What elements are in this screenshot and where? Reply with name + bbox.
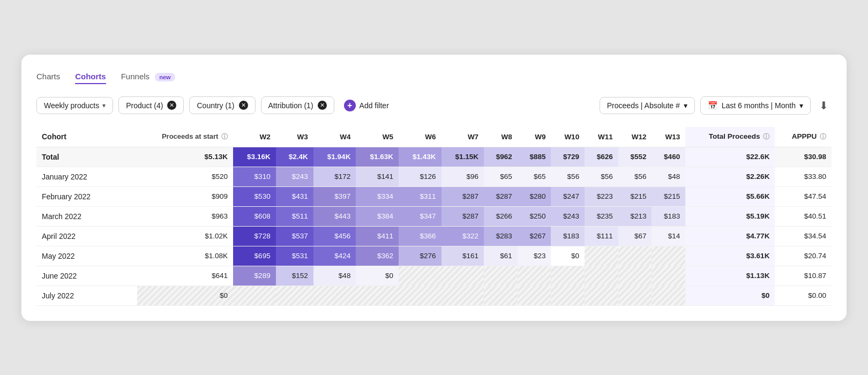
table-row: Total$5.13K$3.16K$2.4K$1.94K$1.63K$1.43K…	[36, 147, 832, 167]
country-filter-button[interactable]: Country (1) ✕	[189, 96, 255, 114]
close-icon[interactable]: ✕	[318, 101, 327, 110]
proceeds-start-cell: $1.08K	[137, 246, 233, 266]
info-icon[interactable]: ⓘ	[221, 133, 228, 140]
week-cell	[484, 286, 518, 305]
week-cell: $411	[356, 226, 399, 246]
total-cell: $2.26K	[685, 167, 775, 186]
week-cell	[551, 286, 585, 305]
tab-funnels[interactable]: Funnels new	[121, 72, 175, 84]
date-dropdown-button[interactable]: 📅 Last 6 months | Month ▾	[700, 96, 811, 115]
cohort-cell: February 2022	[36, 186, 137, 206]
week-cell	[652, 246, 685, 266]
tab-charts[interactable]: Charts	[36, 72, 60, 84]
add-filter-button[interactable]: + Add filter	[340, 96, 393, 115]
week-cell: $322	[442, 226, 484, 246]
week-cell: $56	[585, 167, 618, 186]
col-header-cohort: Cohort	[36, 127, 137, 147]
week-cell: $215	[618, 186, 652, 206]
col-header-total: Total Proceeds ⓘ	[685, 127, 775, 147]
week-cell: $183	[652, 206, 685, 226]
week-cell: $65	[518, 167, 551, 186]
apppu-cell: $34.54	[775, 226, 832, 246]
country-filter-label: Country (1)	[197, 101, 234, 110]
week-cell: $460	[652, 147, 685, 167]
week-cell: $552	[618, 147, 652, 167]
toolbar: Weekly products ▾ Product (4) ✕ Country …	[36, 96, 832, 115]
close-icon[interactable]: ✕	[167, 101, 176, 110]
proceeds-start-cell: $520	[137, 167, 233, 186]
week-cell: $456	[313, 226, 356, 246]
week-cell: $65	[484, 167, 518, 186]
col-header-w6: W6	[399, 127, 442, 147]
funnels-badge: new	[155, 73, 175, 81]
week-cell	[399, 266, 442, 286]
tab-cohorts[interactable]: Cohorts	[75, 72, 106, 84]
table-row: January 2022$520$310$243$172$141$126$96$…	[36, 167, 832, 186]
product-filter-button[interactable]: Product (4) ✕	[118, 96, 184, 114]
col-header-w10: W10	[551, 127, 585, 147]
week-cell	[276, 286, 313, 305]
date-dropdown-label: Last 6 months | Month	[722, 101, 796, 110]
apppu-cell: $40.51	[775, 206, 832, 226]
col-header-w7: W7	[442, 127, 484, 147]
week-cell: $235	[585, 206, 618, 226]
week-cell: $14	[652, 226, 685, 246]
table-header-row: Cohort Proceeds at start ⓘ W2 W3 W4 W5 W…	[36, 127, 832, 147]
week-cell: $283	[484, 226, 518, 246]
proceeds-dropdown-label: Proceeds | Absolute #	[607, 101, 680, 110]
week-cell: $161	[442, 246, 484, 266]
attribution-filter-button[interactable]: Attribution (1) ✕	[261, 96, 334, 114]
chevron-down-icon: ▾	[799, 101, 803, 110]
table-row: June 2022$641$289$152$48$0$1.13K$10.87	[36, 266, 832, 286]
total-cell: $3.61K	[685, 246, 775, 266]
total-cell: $1.13K	[685, 266, 775, 286]
week-cell: $61	[484, 246, 518, 266]
week-cell: $56	[551, 167, 585, 186]
table-row: May 2022$1.08K$695$531$424$362$276$161$6…	[36, 246, 832, 266]
week-cell: $424	[313, 246, 356, 266]
col-header-w9: W9	[518, 127, 551, 147]
tab-funnels-label: Funnels	[121, 72, 149, 81]
col-header-w2: W2	[233, 127, 276, 147]
download-button[interactable]: ⬇	[816, 97, 832, 114]
week-cell	[652, 286, 685, 305]
week-cell: $23	[518, 246, 551, 266]
proceeds-dropdown-button[interactable]: Proceeds | Absolute # ▾	[600, 97, 695, 114]
total-cell: $0	[685, 286, 775, 305]
week-cell: $267	[518, 226, 551, 246]
table-row: April 2022$1.02K$728$537$456$411$366$322…	[36, 226, 832, 246]
week-cell: $0	[356, 266, 399, 286]
week-cell: $48	[313, 266, 356, 286]
proceeds-start-cell: $1.02K	[137, 226, 233, 246]
week-cell: $310	[233, 167, 276, 186]
col-header-w5: W5	[356, 127, 399, 147]
cohort-cell: May 2022	[36, 246, 137, 266]
total-cell: $22.6K	[685, 147, 775, 167]
week-cell: $397	[313, 186, 356, 206]
apppu-cell: $10.87	[775, 266, 832, 286]
tabs-bar: Charts Cohorts Funnels new	[36, 72, 832, 84]
week-cell: $67	[618, 226, 652, 246]
week-cell	[585, 266, 618, 286]
week-cell: $287	[442, 186, 484, 206]
week-cell	[442, 266, 484, 286]
week-cell	[585, 286, 618, 305]
col-header-w11: W11	[585, 127, 618, 147]
weekly-products-button[interactable]: Weekly products ▾	[36, 97, 113, 114]
week-cell	[618, 266, 652, 286]
week-cell: $3.16K	[233, 147, 276, 167]
apppu-cell: $30.98	[775, 147, 832, 167]
week-cell: $695	[233, 246, 276, 266]
col-header-proceeds-start: Proceeds at start ⓘ	[137, 127, 233, 147]
close-icon[interactable]: ✕	[239, 101, 248, 110]
week-cell: $384	[356, 206, 399, 226]
info-icon[interactable]: ⓘ	[820, 133, 826, 140]
week-cell: $56	[618, 167, 652, 186]
week-cell: $1.94K	[313, 147, 356, 167]
week-cell: $96	[442, 167, 484, 186]
week-cell: $729	[551, 147, 585, 167]
info-icon[interactable]: ⓘ	[763, 133, 769, 140]
week-cell: $266	[484, 206, 518, 226]
week-cell: $111	[585, 226, 618, 246]
week-cell: $280	[518, 186, 551, 206]
